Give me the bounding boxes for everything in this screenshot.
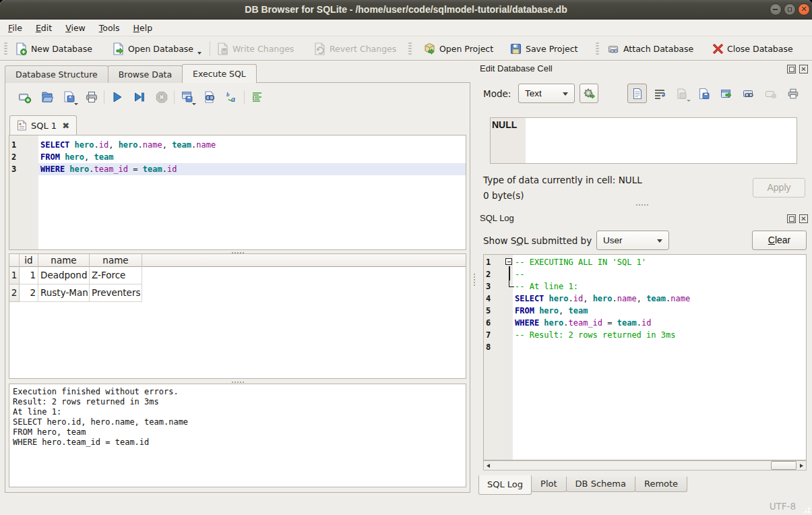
- print-cell-button[interactable]: [782, 84, 804, 103]
- dock-float-icon[interactable]: [787, 214, 796, 223]
- message-line: At line 1:: [13, 407, 466, 417]
- auto-switch-mode-icon: [583, 87, 596, 100]
- resize-grip-icon[interactable]: [802, 505, 811, 514]
- scrollbar-thumb[interactable]: [771, 461, 797, 470]
- save-sql-file-button[interactable]: [58, 88, 80, 107]
- save-results-button[interactable]: [176, 88, 198, 107]
- copy-link-button[interactable]: [737, 84, 759, 103]
- message-line: Execution finished without errors.: [13, 387, 466, 397]
- save-sql-dropdown-arrow[interactable]: [74, 103, 78, 105]
- auto-switch-mode-button[interactable]: [580, 84, 598, 103]
- tab-execute-sql[interactable]: Execute SQL: [182, 64, 257, 83]
- sql-log-view[interactable]: 1-- EXECUTING ALL IN 'SQL 1'2--3-- At li…: [483, 254, 807, 460]
- dock-tab-sql-log[interactable]: SQL Log: [478, 475, 532, 495]
- title-bar: DB Browser for SQLite - /home/user/code/…: [0, 0, 812, 20]
- dock-splitter[interactable]: [636, 203, 648, 207]
- menu-help[interactable]: Help: [127, 20, 160, 36]
- execute-line-button[interactable]: [128, 88, 150, 107]
- open-project-button[interactable]: Open Project: [418, 38, 499, 59]
- results-header-row: id name name: [9, 254, 466, 267]
- tab-database-structure[interactable]: Database Structure: [5, 65, 108, 83]
- print-icon: [787, 88, 799, 100]
- results-corner-header[interactable]: [9, 254, 20, 267]
- scroll-right-arrow[interactable]: [797, 461, 806, 470]
- toolbar-drag-handle[interactable]: [596, 41, 599, 56]
- scroll-left-arrow[interactable]: [484, 461, 493, 470]
- row-header[interactable]: 2: [9, 284, 20, 302]
- maximize-button[interactable]: [784, 3, 796, 16]
- find-button[interactable]: [198, 88, 220, 107]
- close-database-button[interactable]: Close Database: [707, 38, 799, 59]
- window-title: DB Browser for SQLite - /home/user/code/…: [0, 0, 812, 20]
- dock-close-icon[interactable]: ✕: [799, 214, 808, 223]
- import-cell-data-button[interactable]: [670, 84, 693, 103]
- mode-combobox[interactable]: Text: [518, 84, 575, 103]
- open-database-dropdown-arrow[interactable]: [197, 52, 201, 55]
- sql-1-tab-close-icon[interactable]: ✖: [62, 121, 69, 131]
- text-view-button[interactable]: [627, 84, 647, 103]
- sql-1-tab[interactable]: SQL 1 ✖: [9, 115, 77, 135]
- write-changes-button[interactable]: Write Changes: [211, 38, 299, 59]
- revert-changes-button[interactable]: Revert Changes: [308, 38, 402, 59]
- new-sql-tab-button[interactable]: [13, 88, 36, 107]
- word-wrap-button[interactable]: [648, 84, 670, 103]
- sql-editor[interactable]: 1SELECT hero.id, hero.name, team.name2FR…: [9, 135, 466, 250]
- export-cell-data-button[interactable]: [693, 84, 715, 103]
- table-row[interactable]: 1 1 Deadpond Z-Force: [9, 267, 142, 284]
- new-database-button[interactable]: New Database: [9, 38, 98, 59]
- cell[interactable]: Preventers: [90, 284, 142, 302]
- clear-log-button[interactable]: Clear: [752, 231, 807, 250]
- table-row[interactable]: 2 2 Rusty-Man Preventers: [9, 284, 142, 302]
- toolbar-drag-handle[interactable]: [408, 41, 412, 56]
- set-null-button[interactable]: [759, 84, 782, 103]
- replace-button[interactable]: b a: [220, 88, 243, 107]
- open-in-external-button[interactable]: [715, 84, 737, 103]
- save-project-button[interactable]: Save Project: [504, 38, 583, 59]
- results-grid[interactable]: id name name 1 1 Deadpond Z-Force 2 2 Ru…: [9, 253, 466, 379]
- cell[interactable]: 2: [20, 284, 38, 302]
- tab-browse-data[interactable]: Browse Data: [108, 65, 183, 83]
- toolbar-drag-handle[interactable]: [4, 41, 7, 56]
- dock-tab-db-schema[interactable]: DB Schema: [566, 477, 635, 492]
- execute-all-button[interactable]: [106, 88, 128, 107]
- cell[interactable]: 1: [20, 267, 38, 284]
- print-icon: [85, 90, 98, 104]
- cell[interactable]: Deadpond: [38, 267, 90, 284]
- attach-database-button[interactable]: Attach Database: [602, 38, 699, 59]
- row-header[interactable]: 1: [9, 267, 20, 284]
- main-vertical-splitter[interactable]: [472, 274, 476, 286]
- cell[interactable]: Z-Force: [90, 267, 142, 284]
- sql-document-icon: [17, 120, 27, 131]
- menu-view[interactable]: View: [59, 20, 92, 36]
- menu-edit[interactable]: Edit: [29, 20, 59, 36]
- menu-tools[interactable]: Tools: [92, 20, 127, 36]
- print-sql-button[interactable]: [80, 88, 102, 107]
- submitted-by-combobox[interactable]: User: [596, 231, 669, 250]
- results-column-header[interactable]: id: [20, 254, 38, 267]
- cell-value-editor[interactable]: NULL: [490, 117, 797, 164]
- open-database-button[interactable]: Open Database: [106, 38, 199, 59]
- mode-label: Mode:: [483, 88, 511, 99]
- cell-type-label: Type of data currently in cell: NULL: [483, 175, 642, 185]
- cell[interactable]: Rusty-Man: [38, 284, 90, 302]
- fold-margin: [503, 268, 513, 280]
- dock-tab-remote[interactable]: Remote: [635, 477, 687, 492]
- results-column-header[interactable]: name: [38, 254, 90, 267]
- stop-button[interactable]: [150, 88, 173, 107]
- execution-message-box[interactable]: Execution finished without errors. Resul…: [9, 384, 466, 487]
- results-column-header[interactable]: name: [90, 254, 142, 267]
- open-sql-file-button[interactable]: [36, 88, 58, 107]
- line-number: 4: [484, 293, 503, 305]
- sql-log-hscrollbar[interactable]: [483, 460, 807, 471]
- minimize-button[interactable]: [770, 3, 782, 16]
- apply-button[interactable]: Apply: [753, 178, 805, 198]
- dock-close-icon[interactable]: ✕: [799, 65, 808, 73]
- dock-float-icon[interactable]: [787, 65, 796, 73]
- dock-tab-plot[interactable]: Plot: [531, 477, 567, 492]
- menu-file[interactable]: File: [1, 20, 29, 36]
- save-results-dropdown-arrow[interactable]: [192, 103, 196, 105]
- format-sql-button[interactable]: [246, 88, 268, 107]
- close-button[interactable]: ✕: [798, 3, 810, 16]
- set-null-icon: [765, 88, 777, 100]
- fold-collapse-icon[interactable]: [505, 258, 512, 265]
